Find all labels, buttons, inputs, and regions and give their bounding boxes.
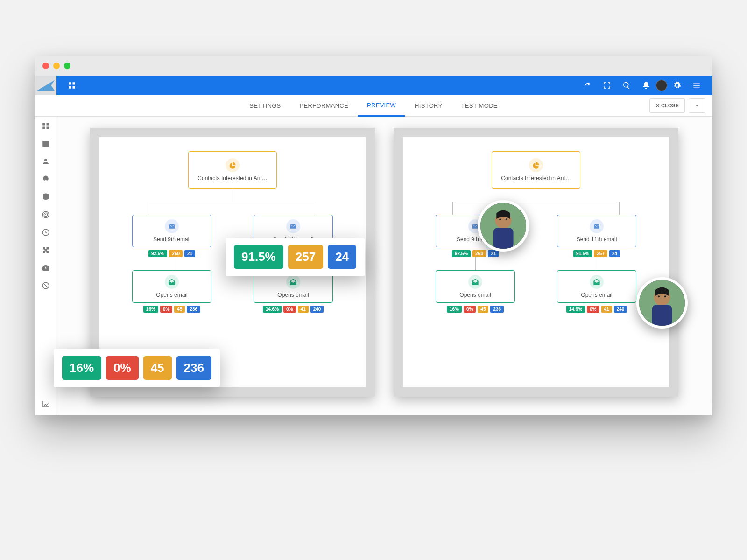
sidebar-clock-icon[interactable] [41, 228, 50, 237]
email-node-11-r[interactable]: Send 11th email [557, 215, 636, 247]
sidebar-block-icon[interactable] [41, 281, 50, 290]
open-left-label: Opens email [156, 292, 187, 298]
svg-rect-5 [46, 123, 49, 125]
open-envelope-icon [165, 275, 179, 289]
open-right-stats: 14.6% 0% 41 240 [263, 306, 324, 313]
preview-canvas: Contacts Interested in Arit… Send 9th em… [56, 117, 712, 415]
envelope-icon [286, 219, 300, 233]
svg-rect-2 [69, 86, 71, 89]
segment-node-r[interactable]: Contacts Interested in Arit… [492, 151, 580, 189]
tab-preview[interactable]: PREVIEW [358, 95, 405, 117]
tab-settings[interactable]: SETTINGS [240, 95, 290, 117]
sidebar-user-icon[interactable] [41, 157, 50, 166]
open-node-right-r[interactable]: Opens email [557, 270, 636, 303]
svg-rect-3 [73, 86, 75, 89]
svg-point-22 [658, 295, 660, 297]
svg-rect-21 [652, 305, 672, 326]
user-avatar[interactable] [656, 80, 667, 91]
callout2-a: 45 [143, 356, 172, 380]
svg-rect-0 [69, 82, 71, 84]
svg-point-11 [45, 214, 46, 215]
app-window: SETTINGS PERFORMANCE PREVIEW HISTORY TES… [35, 56, 712, 415]
callout-rate: 91.5% [234, 245, 283, 269]
share-icon[interactable] [580, 78, 594, 92]
bell-icon[interactable] [639, 78, 653, 92]
close-label: CLOSE [661, 103, 679, 108]
envelope-icon [590, 219, 604, 233]
open-right-stats-r: 14.6% 0% 41 240 [566, 306, 627, 313]
traffic-light-zoom[interactable] [64, 63, 70, 69]
fullscreen-icon[interactable] [600, 78, 614, 92]
open-envelope-icon [590, 275, 604, 289]
email-9-label: Send 9th email [153, 236, 190, 243]
open-right-label: Opens email [277, 292, 309, 298]
svg-point-18 [506, 218, 507, 220]
traffic-light-minimize[interactable] [53, 63, 60, 69]
sidebar-database-icon[interactable] [41, 192, 50, 202]
svg-rect-6 [42, 127, 45, 129]
open-envelope-icon [468, 275, 482, 289]
callout-other: 24 [328, 245, 356, 269]
sidebar-dashboard-icon[interactable] [41, 121, 50, 131]
svg-point-23 [664, 295, 666, 297]
callout-sent: 257 [288, 245, 323, 269]
tab-performance[interactable]: PERFORMANCE [290, 95, 358, 117]
chevron-down-icon [694, 103, 700, 109]
sidebar-target-icon[interactable] [41, 210, 50, 219]
sidebar-puzzle-icon[interactable] [41, 245, 50, 255]
segment-node[interactable]: Contacts Interested in Arit… [188, 151, 277, 189]
pie-icon [529, 158, 543, 172]
open-node-left-r[interactable]: Opens email [436, 270, 515, 303]
email-11-stats-r: 91.5% 257 24 [573, 250, 620, 257]
callout2-fail: 0% [106, 356, 139, 380]
contact-avatar-2[interactable] [636, 277, 688, 329]
email-9-stats-r: 92.5% 260 21 [452, 250, 499, 257]
search-icon[interactable] [620, 78, 634, 92]
open-node-left[interactable]: Opens email [132, 270, 211, 303]
open-left-stats-r: 16% 0% 45 236 [447, 306, 504, 313]
pie-icon [226, 158, 240, 172]
svg-rect-7 [46, 127, 49, 129]
svg-rect-16 [493, 228, 513, 249]
sidebar-gauge-icon[interactable] [41, 263, 50, 273]
svg-rect-4 [42, 123, 45, 125]
svg-point-17 [499, 218, 501, 220]
grid-icon[interactable] [65, 78, 79, 92]
flow-panel-right: Contacts Interested in Arit… Send 9th em… [394, 128, 678, 397]
menu-icon[interactable] [690, 78, 704, 92]
sidebar-rocket-icon[interactable] [41, 175, 50, 184]
tab-history[interactable]: HISTORY [405, 95, 451, 117]
tab-test-mode[interactable]: TEST MODE [452, 95, 507, 117]
segment-label: Contacts Interested in Arit… [197, 175, 267, 182]
svg-rect-1 [73, 82, 75, 84]
open-left-label-r: Opens email [459, 292, 491, 298]
close-button[interactable]: ✕ CLOSE [649, 98, 685, 113]
email-9-stats: 92.5% 260 21 [148, 250, 195, 257]
email-11-label-r: Send 11th email [577, 236, 617, 243]
callout2-rate: 16% [62, 356, 101, 380]
email-node-9[interactable]: Send 9th email [132, 215, 211, 247]
app-logo[interactable] [35, 76, 56, 95]
gear-icon[interactable] [670, 78, 684, 92]
open-envelope-icon [286, 275, 300, 289]
callout2-b: 236 [176, 356, 211, 380]
contact-avatar-1[interactable] [478, 200, 529, 252]
window-titlebar [35, 56, 712, 76]
close-dropdown-button[interactable] [689, 98, 705, 113]
open-left-stats: 16% 0% 45 236 [143, 306, 200, 313]
open-right-label-r: Opens email [581, 292, 612, 298]
tab-bar: SETTINGS PERFORMANCE PREVIEW HISTORY TES… [35, 95, 712, 117]
main-layout: Contacts Interested in Arit… Send 9th em… [35, 117, 712, 415]
envelope-icon [165, 219, 179, 233]
callout-email-stats: 91.5% 257 24 [226, 238, 365, 276]
sidebar-calendar-icon[interactable] [41, 139, 50, 148]
segment-label-r: Contacts Interested in Arit… [501, 175, 571, 182]
wing-icon [35, 75, 56, 96]
callout-open-stats: 16% 0% 45 236 [54, 349, 220, 387]
sidebar-chart-icon[interactable] [41, 399, 50, 409]
app-topbar [35, 76, 712, 95]
traffic-light-close[interactable] [42, 63, 49, 69]
